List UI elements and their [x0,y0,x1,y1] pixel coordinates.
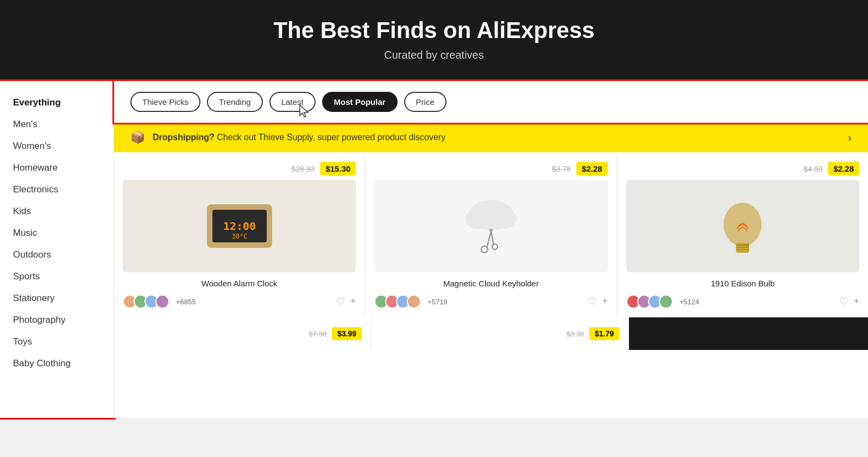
partial-sale-1: $3.99 [332,327,362,340]
svg-point-9 [481,246,488,253]
banner-icon: 📦 [130,130,145,145]
sidebar-item-babyclothing[interactable]: Baby Clothing [0,353,114,374]
product-image-svg-1: 12:00 30°C [196,191,283,261]
svg-line-8 [487,231,491,248]
original-price-1: $28.33 [292,165,315,173]
partial-card-2: $3.38 $1.79 [372,317,628,350]
sidebar-item-everything[interactable]: Everything [0,92,114,114]
product-name-1: Wooden Alarm Clock [123,279,356,288]
original-price-2: $3.78 [552,165,571,173]
product-likes-1: +6855 [176,298,196,306]
svg-point-6 [493,209,517,229]
product-name-2: Magnetic Cloud Keyholder [374,279,607,288]
sidebar-item-kids[interactable]: Kids [0,201,114,222]
filter-trending[interactable]: Trending [207,92,263,112]
product-avatars-1 [123,295,169,309]
svg-rect-7 [489,229,493,231]
product-image-svg-3 [699,191,786,261]
heart-button-1[interactable]: ♡ [336,296,345,308]
products-grid: $28.33 $15.30 12:00 30°C Wooden Alarm Cl… [114,153,868,317]
price-row-1: $28.33 $15.30 [123,162,356,176]
sidebar: Everything Men's Women's Homeware Electr… [0,81,114,418]
svg-line-10 [491,231,494,245]
price-row-2: $3.78 $2.28 [374,162,607,176]
product-meta-2: +5719 ♡ + [374,295,607,309]
banner-arrow: › [848,132,852,144]
svg-point-5 [466,209,489,229]
partial-row: $7.30 $3.99 $3.38 $1.79 [114,317,868,350]
product-card-2[interactable]: $3.78 $2.28 [366,153,616,317]
avatar-3-4 [659,295,673,309]
product-image-3 [626,180,859,272]
sidebar-item-photography[interactable]: Photography [0,309,114,331]
banner-text: Dropshipping? Check out Thieve Supply, s… [153,133,848,142]
svg-rect-13 [736,243,749,253]
product-actions-1: ♡ + [336,296,356,308]
heart-button-3[interactable]: ♡ [839,296,848,308]
product-likes-3: +5124 [680,298,700,306]
product-meta-1: +6855 ♡ + [123,295,356,309]
svg-text:12:00: 12:00 [223,220,256,233]
price-row-3: $4.99 $2.28 [626,162,859,176]
sidebar-item-toys[interactable]: Toys [0,331,114,353]
dropshipping-banner[interactable]: 📦 Dropshipping? Check out Thieve Supply,… [114,123,868,152]
product-actions-3: ♡ + [839,296,859,308]
sidebar-item-music[interactable]: Music [0,222,114,244]
svg-text:30°C: 30°C [231,233,247,240]
product-image-svg-2 [448,191,534,261]
filter-most-popular[interactable]: Most Popular [322,92,398,112]
partial-orig-1: $7.30 [309,330,326,338]
sidebar-item-homeware[interactable]: Homeware [0,157,114,179]
filter-bar: Thieve Picks Trending Latest Most Popula… [114,81,868,123]
sidebar-item-womens[interactable]: Women's [0,135,114,157]
original-price-3: $4.99 [803,165,822,173]
page-header: The Best Finds on AliExpress Curated by … [0,0,868,81]
product-card-1[interactable]: $28.33 $15.30 12:00 30°C Wooden Alarm Cl… [114,153,364,317]
sale-price-1: $15.30 [320,162,356,176]
sidebar-item-electronics[interactable]: Electronics [0,179,114,201]
sale-price-3: $2.28 [828,162,859,176]
product-image-1: 12:00 30°C [123,180,356,272]
product-meta-3: +5124 ♡ + [626,295,859,309]
partial-sale-2: $1.79 [589,327,619,340]
avatar-4 [155,295,169,309]
avatar-2-4 [407,295,421,309]
add-button-1[interactable]: + [350,296,356,308]
sale-price-2: $2.28 [576,162,608,176]
heart-button-2[interactable]: ♡ [588,296,596,308]
filter-latest[interactable]: Latest [269,92,316,112]
partial-card-3 [629,317,868,350]
partial-card-1: $7.30 $3.99 [114,317,370,350]
product-avatars-3 [626,295,673,309]
add-button-2[interactable]: + [602,296,608,308]
add-button-3[interactable]: + [853,296,859,308]
main-content: Thieve Picks Trending Latest Most Popula… [114,81,868,418]
product-card-3[interactable]: $4.99 $2.28 [618,153,868,317]
sidebar-item-stationery[interactable]: Stationery [0,287,114,309]
sidebar-item-mens[interactable]: Men's [0,114,114,135]
filter-thieve-picks[interactable]: Thieve Picks [130,92,200,112]
page-title: The Best Finds on AliExpress [11,17,857,43]
sidebar-item-sports[interactable]: Sports [0,266,114,287]
product-likes-2: +5719 [427,298,448,306]
svg-point-11 [492,244,498,249]
product-avatars-2 [374,295,421,309]
product-actions-2: ♡ + [588,296,608,308]
filter-price[interactable]: Price [404,92,446,112]
sidebar-item-outdoors[interactable]: Outdoors [0,244,114,266]
page-subtitle: Curated by creatives [11,49,857,61]
product-image-2 [374,180,607,272]
partial-orig-2: $3.38 [566,330,584,338]
product-name-3: 1910 Edison Bulb [626,279,859,288]
